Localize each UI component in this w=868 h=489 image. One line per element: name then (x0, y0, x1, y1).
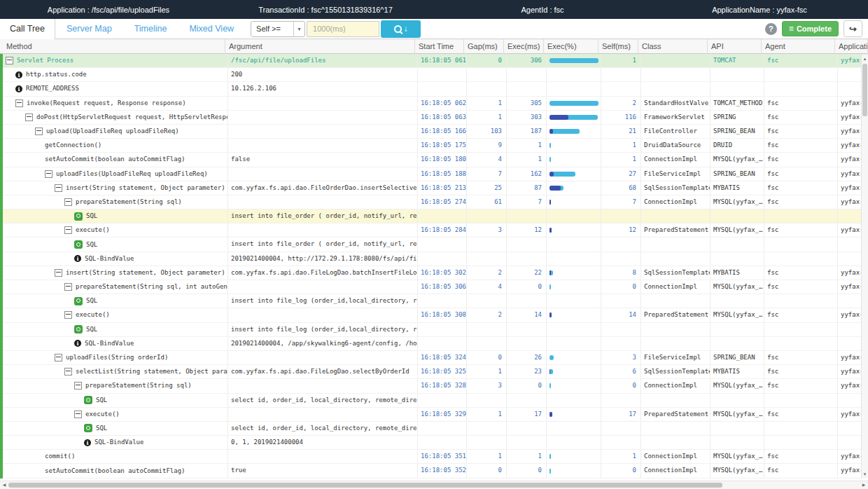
cell-class: ConnectionImpl (641, 153, 710, 166)
cell-class (641, 54, 710, 67)
table-row[interactable]: invoke(Request request, Response respons… (3, 97, 868, 111)
cell-execpct (547, 394, 601, 407)
table-row[interactable]: getConnection()16:18:05 175911DruidDataS… (3, 139, 868, 153)
exec-self-bar (550, 270, 551, 275)
collapse-icon[interactable] (15, 99, 23, 107)
tree-indent (3, 88, 15, 89)
collapse-icon[interactable] (55, 184, 62, 192)
cell-method: invoke(Request request, Response respons… (3, 97, 228, 110)
table-row[interactable]: execute()16:18:05 30821414PreparedStatem… (3, 308, 868, 322)
cell-argument: 0, 1, 2019021400004 (228, 436, 418, 449)
cell-start: 16:18:05 284 (418, 223, 467, 237)
cell-api: MYSQL(yyfax_… (710, 450, 764, 463)
scroll-down-icon[interactable]: ▼ (862, 470, 868, 478)
cell-self: 6 (601, 365, 641, 378)
table-row[interactable]: insert(String statement, Object paramete… (3, 181, 868, 195)
table-row[interactable]: insert(String statement, Object paramete… (3, 266, 868, 280)
scroll-up-icon[interactable]: ▲ (862, 55, 868, 63)
collapse-icon[interactable] (74, 382, 82, 390)
table-row[interactable]: commit()16:18:05 351111ConnectionImplMYS… (3, 450, 868, 464)
table-row[interactable]: uploadFiles(String orderId)16:18:05 3240… (3, 351, 868, 365)
table-row[interactable]: doPost(HttpServletRequest request, HttpS… (3, 111, 868, 125)
table-row[interactable]: SQLselect id, order_id, local_directory,… (3, 394, 868, 408)
tab-timeline[interactable]: Timeline (123, 19, 178, 39)
table-row[interactable]: prepareStatement(String sql, int autoGen… (3, 280, 868, 294)
cell-agent (764, 394, 838, 407)
cell-execpct (547, 422, 601, 435)
collapse-icon[interactable] (55, 354, 62, 361)
complete-button[interactable]: ≡ Complete (782, 21, 839, 36)
collapse-icon[interactable] (64, 198, 72, 206)
table-row[interactable]: SQLinsert into file_order ( order_id, no… (3, 237, 868, 252)
table-row[interactable]: selectList(String statement, Object para… (3, 365, 868, 379)
cell-gap (467, 337, 507, 350)
table-row[interactable]: SQLinsert into file_log (order_id,local_… (3, 294, 868, 308)
horizontal-scrollbar[interactable]: ◀ ▶ (0, 481, 868, 489)
table-row[interactable]: SQLselect id, order_id, local_directory,… (3, 422, 868, 436)
vertical-scroll-thumb[interactable] (862, 64, 867, 116)
filter-operator-select[interactable]: Self >= ▾ (251, 21, 305, 37)
collapse-icon[interactable] (25, 113, 33, 121)
method-label: SQL (96, 422, 107, 435)
cell-agent: fsc (764, 450, 838, 463)
cell-gap: 7 (467, 167, 507, 181)
table-row[interactable]: Servlet Process/fsc/api/file/uploadFiles… (3, 54, 868, 68)
table-row[interactable]: iSQL-BindValue2019021400004, http://172.… (3, 252, 868, 266)
table-row[interactable]: ihttp.status.code200 (3, 68, 868, 82)
search-button[interactable]: ↓ (381, 20, 421, 38)
table-row[interactable]: iREMOTE_ADDRESS10.126.2.106 (3, 82, 868, 96)
method-label: SQL (96, 394, 107, 407)
tree-indent (3, 216, 74, 216)
info-icon: i (84, 439, 91, 446)
collapse-icon[interactable] (64, 283, 72, 291)
cell-argument: insert into file_order ( order_id, notif… (228, 237, 418, 251)
table-row[interactable]: SQLinsert into file_order ( order_id, no… (3, 209, 868, 223)
vertical-scrollbar[interactable]: ▲ ▼ (861, 55, 868, 478)
cell-method: setAutoCommit(boolean autoCommitFlag) (3, 464, 228, 477)
tab-call-tree[interactable]: Call Tree (0, 19, 55, 39)
cell-agent: fsc (764, 408, 838, 421)
table-row[interactable]: setAutoCommit(boolean autoCommitFlag)fal… (3, 153, 868, 167)
collapse-icon[interactable] (74, 411, 82, 418)
scroll-right-icon[interactable]: ▶ (860, 481, 868, 489)
cell-start: 16:18:05 325 (418, 365, 467, 378)
table-row[interactable]: SQLinsert into file_log (order_id,local_… (3, 323, 868, 337)
cell-start: 16:18:05 302 (418, 266, 467, 280)
collapse-icon[interactable] (64, 368, 72, 376)
cell-method: doPost(HttpServletRequest request, HttpS… (3, 111, 228, 124)
cell-exec: 14 (507, 308, 547, 322)
cell-self (601, 422, 641, 435)
exec-self-bar (550, 129, 553, 134)
collapse-icon[interactable] (64, 311, 72, 319)
collapse-icon[interactable] (45, 170, 52, 178)
table-row[interactable]: setAutoCommit(boolean autoCommitFlag)tru… (3, 464, 868, 478)
cell-agent: fsc (764, 125, 838, 138)
cell-class (641, 436, 710, 449)
collapse-icon[interactable] (6, 57, 13, 64)
table-row[interactable]: uploadFiles(UploadFileReq uploadFileReq)… (3, 167, 868, 181)
horizontal-scroll-thumb[interactable] (8, 483, 722, 488)
table-row[interactable]: prepareStatement(String sql)16:18:05 328… (3, 379, 868, 393)
cell-class (641, 68, 710, 81)
threshold-input[interactable] (307, 21, 379, 37)
collapse-icon[interactable] (64, 226, 72, 234)
table-row[interactable]: iSQL-BindValue2019021400004, /app/skywal… (3, 337, 868, 351)
cell-class: ConnectionImpl (641, 379, 710, 392)
scroll-left-icon[interactable]: ◀ (0, 481, 8, 489)
table-row[interactable]: prepareStatement(String sql)16:18:05 274… (3, 195, 868, 209)
cell-method: SQL (3, 294, 228, 308)
collapse-icon[interactable] (55, 269, 62, 277)
help-icon[interactable]: ? (765, 23, 777, 35)
method-label: SQL (86, 323, 97, 336)
table-row[interactable]: upload(UploadFileReq uploadFileReq)16:18… (3, 125, 868, 139)
tab-server-map[interactable]: Server Map (55, 19, 123, 39)
collapse-icon[interactable] (35, 128, 43, 135)
table-row[interactable]: execute()16:18:05 28431212PreparedStatem… (3, 223, 868, 237)
sql-icon (84, 396, 92, 404)
sql-icon (74, 297, 83, 305)
table-row[interactable]: iSQL-BindValue0, 1, 2019021400004 (3, 436, 868, 450)
cell-argument (228, 450, 418, 463)
refresh-button[interactable]: ↪ (844, 20, 862, 37)
tab-mixed-view[interactable]: Mixed View (178, 19, 245, 39)
table-row[interactable]: execute()16:18:05 32911717PreparedStatem… (3, 408, 868, 422)
